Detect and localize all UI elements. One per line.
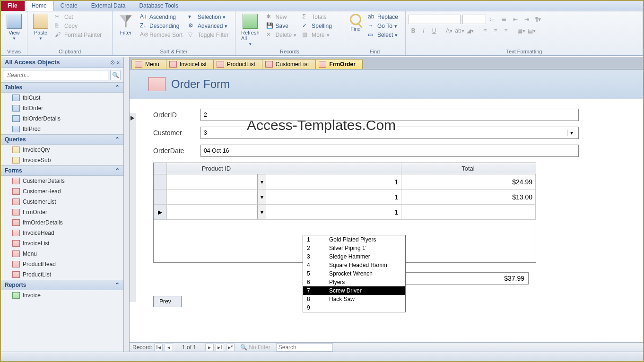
nav-customerdetails[interactable]: CustomerDetails [1, 176, 123, 186]
customer-combo[interactable]: 3▾ [200, 127, 579, 139]
gridlines-button[interactable]: ▦▾ [516, 26, 526, 35]
nav-invoicelist[interactable]: InvoiceList [1, 238, 123, 249]
altrow-button[interactable]: ▤▾ [527, 26, 536, 35]
numbering-button[interactable]: ⩸ [499, 15, 509, 24]
nav-tblcust[interactable]: tblCust [1, 93, 123, 103]
indent-inc-button[interactable]: ⇥ [522, 15, 531, 24]
dropdown-item[interactable]: 5Sprocket Wrench [303, 269, 405, 278]
doctab-menu[interactable]: Menu [131, 59, 166, 69]
recnav-next[interactable]: ▸ [205, 344, 214, 351]
recnav-prev[interactable]: ◂ [165, 344, 173, 351]
textdir-button[interactable]: ¶▾ [533, 15, 543, 24]
italic-button[interactable]: I [419, 26, 428, 35]
nav-invoiceqry[interactable]: InvoiceQry [1, 145, 123, 155]
cut-button[interactable]: ✂Cut [53, 13, 104, 21]
orderid-field[interactable]: 2 [200, 109, 579, 121]
forms-category[interactable]: Forms⌃ [1, 165, 123, 176]
nav-menu[interactable]: Menu [1, 249, 123, 259]
pid-dropdown-icon[interactable]: ▾ [257, 190, 266, 204]
dropdown-item-selected[interactable]: 7Screw Driver [303, 286, 405, 295]
dropdown-item[interactable]: 1Gold Plated Plyers [303, 235, 405, 244]
nav-tblorder[interactable]: tblOrder [1, 103, 123, 113]
reports-category[interactable]: Reports⌃ [1, 280, 123, 290]
nav-frmorder[interactable]: FrmOrder [1, 207, 123, 217]
dropdown-item[interactable]: 9 [303, 303, 405, 312]
subform-row-new[interactable]: ▶ ▾ 1 [154, 205, 536, 220]
nav-tblprod[interactable]: tblProd [1, 124, 123, 134]
removesort-button[interactable]: A⊘Remove Sort [138, 31, 184, 39]
file-tab[interactable]: File [1, 1, 25, 11]
indent-dec-button[interactable]: ⇤ [511, 15, 520, 24]
product-dropdown-list[interactable]: 1Gold Plated Plyers 2Silver Piping 1' 3S… [303, 235, 406, 312]
view-button[interactable]: View▼ [4, 13, 25, 42]
nav-producthead[interactable]: ProductHead [1, 259, 123, 269]
nav-invoicesub[interactable]: InvoiceSub [1, 155, 123, 165]
select-button[interactable]: ▭Select ▾ [366, 31, 400, 39]
recnav-search-input[interactable] [276, 343, 333, 352]
dropdown-item[interactable]: 4Square Headed Hamm [303, 261, 405, 269]
tables-category[interactable]: Tables⌃ [1, 82, 123, 93]
prev-button[interactable]: Prev [153, 296, 182, 307]
nav-customerhead[interactable]: CustomerHead [1, 186, 123, 197]
more-button[interactable]: ▦More ▾ [300, 31, 334, 39]
col-productid[interactable]: Product ID [167, 163, 266, 174]
pid-dropdown-icon[interactable]: ▾ [257, 174, 266, 189]
recnav-new[interactable]: ▸* [226, 344, 235, 351]
font-combo[interactable] [409, 15, 461, 24]
navpane-header[interactable]: All Access Objects ⊙ « [1, 57, 123, 68]
create-tab[interactable]: Create [54, 1, 85, 11]
paste-button[interactable]: Paste▼ [30, 13, 51, 42]
record-selector[interactable] [130, 113, 136, 302]
refreshall-button[interactable]: Refresh All▼ [238, 13, 262, 47]
col-total[interactable]: Total [401, 163, 535, 174]
nav-search-input[interactable] [4, 70, 108, 80]
replace-button[interactable]: abReplace [366, 13, 400, 21]
subform-row[interactable]: 3▾ 1 $24.99 [154, 174, 536, 190]
bullets-button[interactable]: ≔ [488, 15, 497, 24]
orderdate-field[interactable]: 04-Oct-16 [200, 145, 579, 157]
bold-button[interactable]: B [409, 26, 418, 35]
copy-button[interactable]: ⎘Copy [53, 22, 104, 30]
new-button[interactable]: ✱New [264, 13, 299, 21]
save-button[interactable]: 💾Save [264, 22, 299, 30]
dbtools-tab[interactable]: Database Tools [132, 1, 185, 11]
doctab-productlist[interactable]: ProductList [213, 59, 262, 69]
nav-frmorderdetails[interactable]: frmOrderDetails [1, 217, 123, 228]
nav-search-button[interactable]: 🔍 [110, 70, 121, 80]
aligncenter-button[interactable]: ≡ [491, 26, 500, 35]
selection-button[interactable]: ▾Selection ▾ [186, 13, 230, 21]
dropdown-item[interactable]: 6Plyers [303, 278, 405, 286]
externaldata-tab[interactable]: External Data [85, 1, 133, 11]
advanced-button[interactable]: ⚙Advanced ▾ [186, 22, 230, 30]
fontsize-combo[interactable] [462, 15, 486, 24]
nav-invoice-report[interactable]: Invoice [1, 290, 123, 301]
chevron-down-icon[interactable]: ▾ [567, 129, 575, 136]
nav-invoicehead[interactable]: InvoiceHead [1, 228, 123, 238]
formatpainter-button[interactable]: 🖌Format Painter [53, 31, 104, 39]
goto-button[interactable]: →Go To ▾ [366, 22, 400, 30]
doctab-frmorder[interactable]: FrmOrder [315, 59, 362, 69]
recnav-first[interactable]: I◂ [154, 344, 163, 351]
underline-button[interactable]: U [429, 26, 439, 35]
recnav-last[interactable]: ▸I [216, 344, 224, 351]
ascending-button[interactable]: A↓Ascending [138, 13, 184, 21]
descending-button[interactable]: Z↓Descending [138, 22, 184, 30]
alignleft-button[interactable]: ≡ [480, 26, 490, 35]
dropdown-item[interactable]: 2Silver Piping 1' [303, 244, 405, 252]
chevron-double-icon[interactable]: ⊙ « [110, 59, 120, 66]
nav-customerlist[interactable]: CustomerList [1, 197, 123, 207]
recnav-position[interactable]: 1 of 1 [175, 344, 203, 351]
togglefilter-button[interactable]: ▽Toggle Filter [186, 31, 230, 39]
alignright-button[interactable]: ≡ [501, 26, 511, 35]
doctab-invoicelist[interactable]: InvoiceList [166, 59, 214, 69]
pid-dropdown-icon[interactable]: ▾ [257, 205, 266, 219]
nav-tblorderdetails[interactable]: tblOrderDetails [1, 113, 123, 124]
dropdown-item[interactable]: 8Hack Saw [303, 295, 405, 303]
filter-button[interactable]: Filter [115, 13, 136, 36]
subform-row[interactable]: 5▾ 1 $13.00 [154, 190, 536, 205]
spelling-button[interactable]: ✓Spelling [300, 22, 334, 30]
totals-button[interactable]: ΣTotals [300, 13, 334, 21]
find-button[interactable]: Find [347, 13, 364, 33]
dropdown-item[interactable]: 3Sledge Hammer [303, 252, 405, 261]
delete-button[interactable]: ✕Delete ▾ [264, 31, 299, 39]
